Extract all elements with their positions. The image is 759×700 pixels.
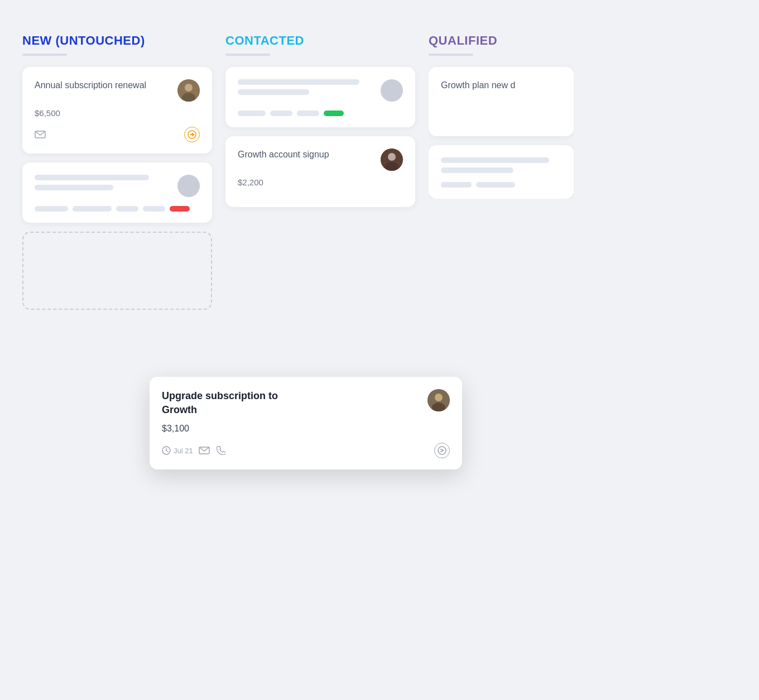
skeleton-line-10 xyxy=(270,111,292,116)
skeleton-line-9 xyxy=(238,111,266,116)
skeleton-block-3 xyxy=(441,157,561,173)
card-upgrade-title: Upgrade subscription to Growth xyxy=(162,389,307,417)
card-skeleton-2-header xyxy=(238,79,403,102)
card-skeleton-1-header xyxy=(35,175,200,197)
column-qualified-title: QUALIFIED xyxy=(429,33,574,48)
card-footer-left xyxy=(35,129,46,140)
column-contacted-header: CONTACTED xyxy=(225,33,415,56)
skeleton-row-2 xyxy=(238,111,344,116)
svg-point-1 xyxy=(185,84,193,92)
card-upgrade-header: Upgrade subscription to Growth xyxy=(162,389,450,417)
card-growth-account-header: Growth account signup xyxy=(238,148,403,171)
arrow-circle-icon[interactable] xyxy=(184,127,200,142)
avatar-card1 xyxy=(177,79,200,102)
skeleton-line-3 xyxy=(35,206,68,212)
card-annual-subscription[interactable]: Annual subscription renewal $6,500 xyxy=(22,67,212,154)
svg-point-10 xyxy=(435,394,443,401)
card-skeleton-2-footer xyxy=(238,111,403,116)
card-upgrade-subscription[interactable]: Upgrade subscription to Growth $3,100 xyxy=(150,377,462,469)
column-qualified-cards: Growth plan new d xyxy=(429,67,574,199)
skeleton-line-14 xyxy=(441,182,472,188)
card-skeleton-3[interactable] xyxy=(429,145,574,199)
column-qualified: QUALIFIED Growth plan new d xyxy=(429,33,574,199)
skeleton-line-6 xyxy=(143,206,165,212)
card-annual-subscription-amount: $6,500 xyxy=(35,108,200,118)
phone-icon[interactable] xyxy=(215,445,227,456)
avatar-card-floating xyxy=(427,389,450,411)
column-new-underline xyxy=(22,54,67,56)
skeleton-line-15 xyxy=(476,182,515,188)
avatar-placeholder-2 xyxy=(381,79,403,102)
column-new: NEW (UNTOUCHED) Annual subscription rene… xyxy=(22,33,212,310)
card-growth-account-title: Growth account signup xyxy=(238,148,329,161)
avatar-placeholder-1 xyxy=(177,175,200,197)
skeleton-block-2 xyxy=(238,79,381,95)
skeleton-line-2 xyxy=(35,185,113,190)
card-upgrade-footer: Jul 21 xyxy=(162,443,450,458)
card-annual-subscription-title: Annual subscription renewal xyxy=(35,79,146,92)
skeleton-row-1 xyxy=(35,206,190,212)
skeleton-block-1 xyxy=(35,175,177,190)
skeleton-line-11 xyxy=(297,111,319,116)
skeleton-line-5 xyxy=(116,206,138,212)
skeleton-line-8 xyxy=(238,89,309,95)
skeleton-line-7 xyxy=(238,79,359,85)
card-upgrade-amount: $3,100 xyxy=(162,424,450,434)
clock-icon xyxy=(162,446,171,455)
column-contacted-cards: Growth account signup $2,200 xyxy=(225,67,415,207)
skeleton-row-3 xyxy=(441,182,515,188)
column-contacted-underline xyxy=(225,54,270,56)
card-growth-account[interactable]: Growth account signup $2,200 xyxy=(225,136,415,207)
kanban-board: NEW (UNTOUCHED) Annual subscription rene… xyxy=(0,0,759,700)
skeleton-line-13 xyxy=(441,167,513,173)
column-new-header: NEW (UNTOUCHED) xyxy=(22,33,212,56)
card-upgrade-footer-left: Jul 21 xyxy=(162,445,227,456)
card-growth-plan-title: Growth plan new d xyxy=(441,79,515,92)
arrow-circle-gray-icon[interactable] xyxy=(434,443,450,458)
column-contacted: CONTACTED xyxy=(225,33,415,207)
avatar-card4 xyxy=(381,148,403,171)
skeleton-line-4 xyxy=(73,206,112,212)
card-skeleton-1[interactable] xyxy=(22,162,212,223)
card-growth-plan[interactable]: Growth plan new d xyxy=(429,67,574,136)
card-skeleton-2[interactable] xyxy=(225,67,415,127)
column-contacted-title: CONTACTED xyxy=(225,33,415,48)
card-skeleton-3-footer xyxy=(441,182,561,188)
svg-line-14 xyxy=(166,450,168,452)
column-qualified-header: QUALIFIED xyxy=(429,33,574,56)
date-label: Jul 21 xyxy=(162,446,193,455)
card-skeleton-3-header xyxy=(441,157,561,173)
card-growth-account-amount: $2,200 xyxy=(238,178,403,187)
card-growth-plan-header: Growth plan new d xyxy=(441,79,561,92)
status-pill-red xyxy=(170,206,190,212)
skeleton-line-1 xyxy=(35,175,149,180)
column-new-cards: Annual subscription renewal $6,500 xyxy=(22,67,212,310)
status-pill-green xyxy=(324,111,344,116)
mail-icon[interactable] xyxy=(35,129,46,140)
svg-point-7 xyxy=(388,153,396,161)
mail-icon-floating[interactable] xyxy=(199,445,210,456)
column-new-title: NEW (UNTOUCHED) xyxy=(22,33,212,48)
skeleton-line-12 xyxy=(441,157,549,163)
drop-zone[interactable] xyxy=(22,232,212,310)
card-skeleton-1-footer xyxy=(35,206,200,212)
column-qualified-underline xyxy=(429,54,473,56)
card-annual-subscription-footer xyxy=(35,127,200,142)
card-annual-subscription-header: Annual subscription renewal xyxy=(35,79,200,102)
columns-wrapper: NEW (UNTOUCHED) Annual subscription rene… xyxy=(22,33,737,310)
svg-point-16 xyxy=(438,447,446,454)
